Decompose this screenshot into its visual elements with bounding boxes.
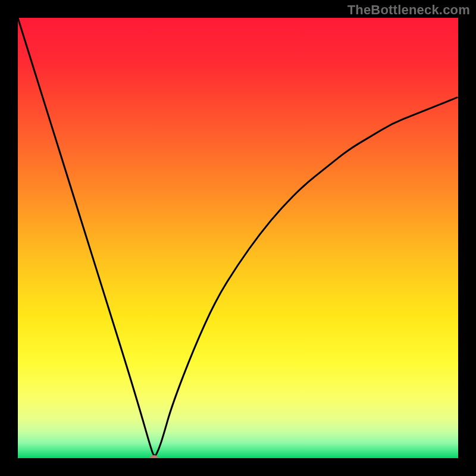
plot-area	[18, 18, 458, 458]
minimum-marker	[150, 455, 158, 458]
chart-frame: TheBottleneck.com	[0, 0, 476, 476]
bottleneck-curve	[18, 18, 458, 458]
curve-path	[18, 18, 458, 456]
watermark-text: TheBottleneck.com	[347, 2, 470, 18]
